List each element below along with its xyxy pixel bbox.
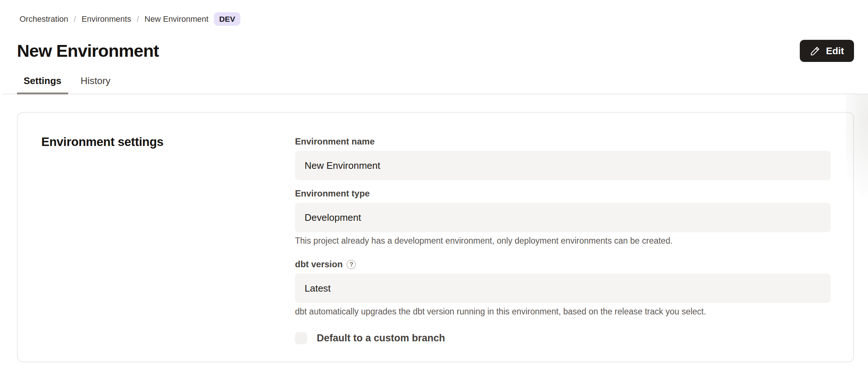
environment-type-label: Environment type — [295, 188, 831, 199]
tab-bar: Settings History — [3, 75, 868, 94]
custom-branch-checkbox[interactable] — [295, 332, 307, 344]
environment-type-helper: This project already has a development e… — [295, 236, 831, 246]
environment-type-input[interactable] — [295, 203, 831, 232]
tab-history[interactable]: History — [74, 75, 117, 94]
card-heading: Environment settings — [41, 132, 295, 362]
pencil-icon — [810, 45, 821, 56]
breadcrumb-item-environments[interactable]: Environments — [81, 14, 131, 24]
dbt-version-label: dbt version ? — [295, 259, 831, 269]
dbt-version-helper: dbt automatically upgrades the dbt versi… — [295, 307, 831, 316]
environment-type-badge: DEV — [214, 12, 240, 26]
environment-name-label-text: Environment name — [295, 136, 375, 147]
breadcrumb-item-new-environment[interactable]: New Environment — [145, 14, 209, 24]
environment-type-field: Environment type This project already ha… — [295, 188, 831, 246]
custom-branch-row: Default to a custom branch — [295, 332, 831, 344]
environment-type-label-text: Environment type — [295, 188, 370, 199]
environment-name-input[interactable] — [295, 151, 831, 180]
dbt-version-input[interactable] — [295, 274, 831, 303]
page: Orchestration / Environments / New Envir… — [0, 0, 868, 362]
page-header: New Environment Edit — [17, 40, 854, 62]
environment-name-label: Environment name — [295, 136, 831, 147]
breadcrumb-separator: / — [74, 14, 76, 24]
breadcrumb-separator: / — [137, 14, 139, 24]
dbt-version-label-text: dbt version — [295, 259, 343, 269]
breadcrumb: Orchestration / Environments / New Envir… — [17, 12, 854, 26]
page-title: New Environment — [17, 41, 159, 61]
environment-settings-card: Environment settings Environment name En… — [17, 112, 854, 362]
settings-form: Environment name Environment type This p… — [295, 132, 831, 362]
edit-button[interactable]: Edit — [800, 40, 854, 62]
tab-settings[interactable]: Settings — [17, 75, 68, 94]
edit-button-label: Edit — [826, 45, 844, 57]
custom-branch-label[interactable]: Default to a custom branch — [317, 333, 445, 344]
dbt-version-field: dbt version ? dbt automatically upgrades… — [295, 259, 831, 316]
breadcrumb-item-orchestration[interactable]: Orchestration — [20, 14, 68, 24]
help-icon[interactable]: ? — [347, 260, 356, 269]
environment-name-field: Environment name — [295, 136, 831, 180]
